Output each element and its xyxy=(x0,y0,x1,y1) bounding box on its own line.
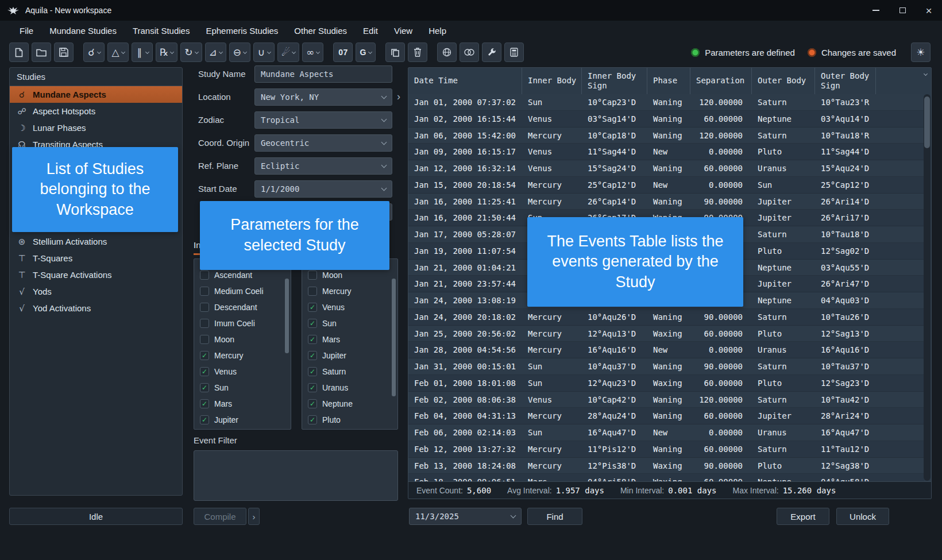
ref-plane-dropdown[interactable]: Ecliptic xyxy=(254,157,392,175)
study-item-t-squares[interactable]: ⊤T-Squares xyxy=(10,250,182,267)
column-header-separation[interactable]: Separation xyxy=(690,68,752,94)
checkbox-row-mercury[interactable]: ✓Mercury xyxy=(194,347,291,364)
checkbox-row-venus[interactable]: ✓Venus xyxy=(302,299,397,315)
event-row[interactable]: Jan 15, 2000 20:18:54Mercury25°Cap12'DNe… xyxy=(408,177,924,194)
checked-checkbox[interactable]: ✓ xyxy=(308,383,317,392)
menu-item-transit-studies[interactable]: Transit Studies xyxy=(125,22,198,39)
checked-checkbox[interactable]: ✓ xyxy=(308,303,317,312)
column-header-outer-body-sign[interactable]: Outer Body Sign xyxy=(815,68,876,94)
checkbox-row-pluto[interactable]: ✓Pluto xyxy=(302,412,397,428)
day-number-button[interactable]: 07 xyxy=(333,43,353,62)
location-dropdown[interactable]: New York, NY xyxy=(254,88,392,106)
checked-checkbox[interactable]: ✓ xyxy=(200,399,209,408)
copy-button[interactable] xyxy=(385,43,405,62)
checked-checkbox[interactable]: ✓ xyxy=(308,335,317,344)
kite-tool-button[interactable]: ⊿ xyxy=(205,43,226,62)
column-options-button[interactable] xyxy=(921,69,930,79)
unchecked-checkbox[interactable]: ✓ xyxy=(200,319,209,328)
export-button[interactable]: Export xyxy=(777,508,829,525)
glyph-set-button[interactable]: G xyxy=(356,43,375,62)
location-expand-button[interactable]: › xyxy=(395,88,403,106)
event-row[interactable]: Feb 12, 2000 13:27:32Mercury11°Pis12'DWa… xyxy=(408,441,924,458)
checkbox-row-jupiter[interactable]: ✓Jupiter xyxy=(194,412,291,428)
conjunction-tool-button[interactable]: ☌ xyxy=(83,43,105,62)
save-workspace-button[interactable] xyxy=(54,43,74,62)
retrograde-tool-button[interactable]: ℞ xyxy=(156,43,177,62)
cycle-tool-button[interactable]: ↻ xyxy=(180,43,202,62)
unlock-button[interactable]: Unlock xyxy=(836,508,889,525)
checked-checkbox[interactable]: ✓ xyxy=(308,351,317,360)
event-row[interactable]: Jan 28, 2000 04:54:56Mercury16°Aqu16'DNe… xyxy=(408,342,924,358)
event-row[interactable]: Jan 24, 2000 20:18:02Mercury10°Aqu26'DWa… xyxy=(408,309,924,326)
menu-item-file[interactable]: File xyxy=(11,22,41,39)
event-row[interactable]: Feb 13, 2000 18:24:08Mercury12°Pis38'DWa… xyxy=(408,458,924,474)
zodiac-dropdown[interactable]: Tropical xyxy=(254,111,392,129)
unchecked-checkbox[interactable]: ✓ xyxy=(308,271,317,280)
start-date-dropdown[interactable]: 1/1/2000 xyxy=(254,180,392,198)
checked-checkbox[interactable]: ✓ xyxy=(200,383,209,392)
scrollbar-thumb[interactable] xyxy=(924,96,930,148)
study-item-lunar-phases[interactable]: ☽Lunar Phases xyxy=(10,119,182,136)
delete-button[interactable] xyxy=(408,43,427,62)
unchecked-checkbox[interactable]: ✓ xyxy=(200,335,209,344)
checked-checkbox[interactable]: ✓ xyxy=(200,351,209,360)
event-row[interactable]: Jan 02, 2000 16:15:44Venus03°Sag14'DWani… xyxy=(408,111,924,128)
menu-item-other-studies[interactable]: Other Studies xyxy=(286,22,355,39)
aspect-points-tool-button[interactable]: ∞ xyxy=(302,43,323,62)
table-scrollbar[interactable] xyxy=(924,94,931,481)
checked-checkbox[interactable]: ✓ xyxy=(308,367,317,376)
event-row[interactable]: Feb 01, 2000 18:01:08Sun12°Aqu23'DWaxing… xyxy=(408,375,924,392)
find-button[interactable]: Find xyxy=(527,508,582,525)
globe-button[interactable] xyxy=(437,43,457,62)
occultation-button[interactable] xyxy=(460,43,479,62)
checkbox-row-mercury[interactable]: ✓Mercury xyxy=(302,283,397,299)
study-item-aspect-hotspots[interactable]: ☍Aspect Hotspots xyxy=(10,103,182,119)
maximize-button[interactable] xyxy=(889,0,916,21)
checkbox-row-jupiter[interactable]: ✓Jupiter xyxy=(302,347,397,364)
study-item-mundane-aspects[interactable]: ☌Mundane Aspects xyxy=(10,86,182,103)
column-header-inner-body[interactable]: Inner Body xyxy=(522,68,582,94)
menu-item-help[interactable]: Help xyxy=(420,22,454,39)
event-row[interactable]: Jan 12, 2000 16:32:14Venus15°Sag24'DWani… xyxy=(408,160,924,177)
idle-status-button[interactable]: Idle xyxy=(9,508,183,525)
event-filter-textarea[interactable] xyxy=(194,450,398,501)
event-row[interactable]: Feb 04, 2000 04:31:13Mercury28°Aqu24'DWa… xyxy=(408,408,924,424)
settings-button[interactable] xyxy=(482,43,501,62)
checkbox-row-saturn[interactable]: ✓Saturn xyxy=(302,364,397,380)
outer-list-scrollbar[interactable] xyxy=(392,261,396,427)
eclipse-tool-button[interactable]: ⊖ xyxy=(229,43,250,62)
column-header-outer-body[interactable]: Outer Body xyxy=(752,68,815,94)
checked-checkbox[interactable]: ✓ xyxy=(200,415,209,424)
column-header-inner-body-sign[interactable]: Inner Body Sign xyxy=(582,68,647,94)
event-row[interactable]: Jan 01, 2000 07:37:02Sun10°Cap23'DWaning… xyxy=(408,94,924,111)
checkbox-row-descendant[interactable]: ✓Descendant xyxy=(194,299,291,315)
pattern-tool-button[interactable]: ∪ xyxy=(253,43,275,62)
unchecked-checkbox[interactable]: ✓ xyxy=(200,287,209,296)
menu-item-view[interactable]: View xyxy=(386,22,420,39)
event-row[interactable]: Feb 02, 2000 08:06:38Venus10°Cap42'DWani… xyxy=(408,392,924,408)
aspect-line-tool-button[interactable]: ☄ xyxy=(277,43,299,62)
compile-expand-button[interactable]: › xyxy=(248,508,260,525)
menu-item-ephemeris-studies[interactable]: Ephemeris Studies xyxy=(198,22,286,39)
inner-list-scrollbar[interactable] xyxy=(285,261,289,427)
checked-checkbox[interactable]: ✓ xyxy=(200,367,209,376)
checkbox-row-sun[interactable]: ✓Sun xyxy=(194,380,291,396)
menu-item-mundane-studies[interactable]: Mundane Studies xyxy=(41,22,125,39)
minimize-button[interactable] xyxy=(863,0,889,21)
unchecked-checkbox[interactable]: ✓ xyxy=(308,287,317,296)
parallel-tool-button[interactable]: ∥ xyxy=(132,43,153,62)
event-row[interactable]: Jan 31, 2000 00:15:01Sun10°Aqu37'DWaning… xyxy=(408,358,924,375)
open-workspace-button[interactable] xyxy=(32,43,51,62)
theme-toggle-button[interactable]: ☀ xyxy=(911,43,931,62)
event-row[interactable]: Feb 06, 2000 02:14:03Sun16°Aqu47'DNew0.0… xyxy=(408,424,924,441)
scrollbar-thumb[interactable] xyxy=(285,279,289,353)
menu-item-edit[interactable]: Edit xyxy=(355,22,386,39)
event-row[interactable]: Jan 16, 2000 11:25:41Mercury26°Cap14'DWa… xyxy=(408,194,924,210)
scrollbar-thumb[interactable] xyxy=(392,279,396,396)
coord-origin-dropdown[interactable]: Geocentric xyxy=(254,134,392,152)
checkbox-row-uranus[interactable]: ✓Uranus xyxy=(302,380,397,396)
unchecked-checkbox[interactable]: ✓ xyxy=(200,271,209,280)
date-dropdown[interactable]: 11/3/2025 xyxy=(409,508,522,525)
checkbox-row-mars[interactable]: ✓Mars xyxy=(302,331,397,347)
calculator-button[interactable] xyxy=(504,43,524,62)
